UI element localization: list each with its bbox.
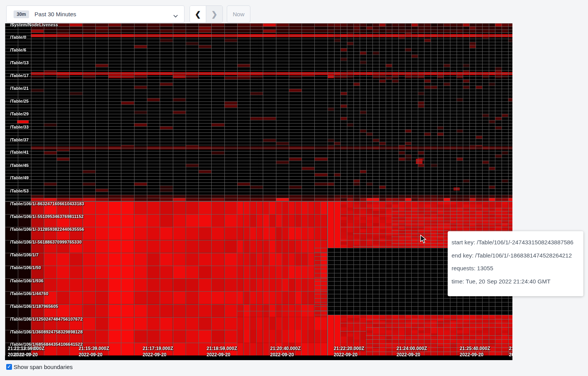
time-range-dropdown[interactable]: 30m Past 30 Minutes [6, 5, 185, 23]
keyviz-heatmap[interactable]: /System/NodeLiveness/Table/0/Table/6/Tab… [5, 23, 512, 360]
span-boundaries-checkbox[interactable]: ✓ [6, 364, 12, 370]
prev-time-button[interactable]: ❮ [190, 6, 206, 22]
tooltip-requests: requests: 13055 [452, 265, 583, 271]
span-boundaries-label[interactable]: Show span boundaries [14, 364, 73, 370]
tooltip-end-key: end key: /Table/106/1/-18683814745282642… [452, 252, 583, 259]
time-range-badge: 30m [14, 10, 29, 18]
span-tooltip: start key: /Table/106/1/-247433150824388… [448, 231, 583, 296]
tooltip-time: time: Tue, 20 Sep 2022 21:24:40 GMT [452, 278, 583, 285]
now-button[interactable]: Now [227, 5, 250, 23]
next-time-button[interactable]: ❯ [206, 6, 222, 22]
time-nav-group: ❮ ❯ [190, 5, 223, 23]
footer: ✓ Show span boundaries [6, 364, 73, 370]
chevron-left-icon: ❮ [195, 10, 201, 19]
chevron-right-icon: ❯ [211, 10, 217, 19]
time-range-label: Past 30 Minutes [34, 11, 76, 17]
toolbar: 30m Past 30 Minutes ❮ ❯ Now [0, 0, 588, 23]
tooltip-start-key: start key: /Table/106/1/-247433150824388… [452, 239, 583, 246]
keyviz-heatmap-canvas[interactable] [5, 23, 512, 360]
chevron-down-icon [173, 12, 178, 19]
